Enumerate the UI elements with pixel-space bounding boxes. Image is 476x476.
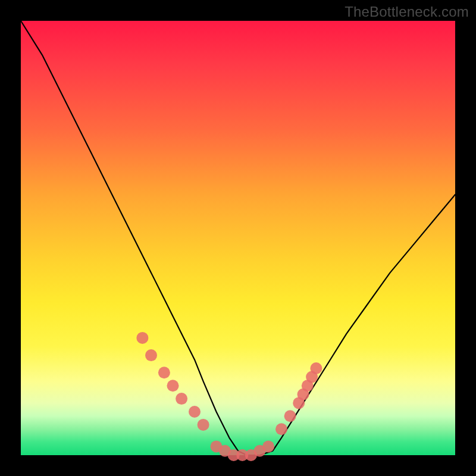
curve-svg [21, 21, 455, 455]
svg-point-14 [275, 423, 287, 435]
markers-right [275, 362, 322, 435]
svg-point-3 [167, 380, 179, 392]
curve-line [21, 21, 455, 455]
plot-area [21, 21, 455, 455]
svg-point-1 [145, 349, 157, 361]
svg-point-13 [262, 440, 274, 452]
svg-point-2 [158, 367, 170, 378]
markers-bottom [211, 440, 275, 461]
markers-left [136, 332, 209, 431]
watermark-text: TheBottleneck.com [345, 4, 469, 20]
svg-point-5 [189, 406, 201, 418]
svg-point-6 [198, 419, 209, 431]
chart-frame: TheBottleneck.com [0, 0, 476, 476]
svg-point-4 [176, 393, 187, 405]
svg-point-20 [310, 362, 322, 374]
svg-point-15 [284, 410, 296, 422]
svg-point-0 [136, 332, 148, 344]
